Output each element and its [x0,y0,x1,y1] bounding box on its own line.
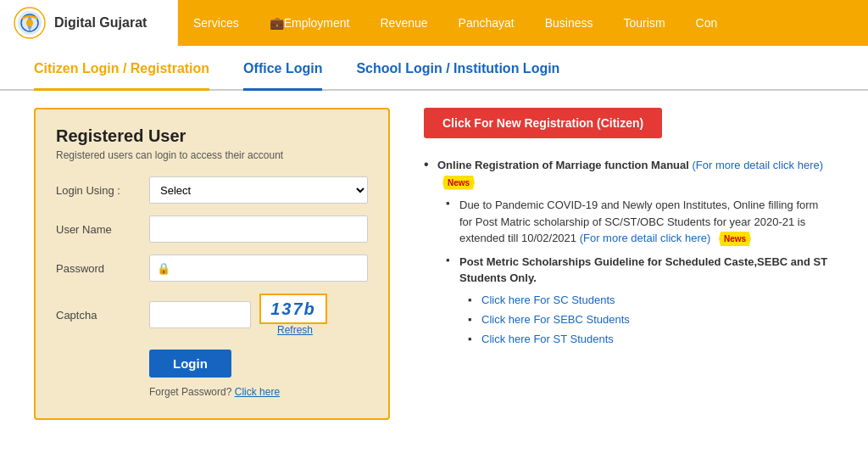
left-panel: Registered User Registered users can log… [34,108,390,420]
nav-employment[interactable]: 💼 Employment [254,0,365,46]
tab-citizen-login[interactable]: Citizen Login / Registration [34,61,209,91]
tab-school-login[interactable]: School Login / Institution Login [356,61,559,91]
links-list: Click here For SC Students Click here Fo… [459,294,834,345]
login-using-select[interactable]: Select Mobile Username Email [149,176,368,204]
logo-area: Digital Gujarat [0,0,178,46]
sub-link-1[interactable]: (For more detail click here) [580,232,711,244]
forget-password-section: Forget Password? Click here [149,386,368,398]
login-button[interactable]: Login [149,350,231,378]
briefcase-icon: 💼 [270,16,284,30]
new-registration-button[interactable]: Click For New Registration (Citizen) [424,108,662,138]
form-box: Registered User Registered users can log… [34,108,390,420]
tab-office-login[interactable]: Office Login [243,61,322,91]
news-link-1[interactable]: (For more detail click here) [692,159,823,171]
right-panel: Click For New Registration (Citizen) Onl… [424,108,834,420]
logo-text: Digital Gujarat [54,15,147,31]
nav-bar: Services 💼 Employment Revenue Panchayat … [178,0,868,46]
username-label: User Name [56,223,149,236]
captcha-area: 137b Refresh [259,294,327,336]
username-input[interactable] [149,215,368,243]
sebc-link[interactable]: Click here For SEBC Students [481,313,630,326]
captcha-image: 137b [259,294,327,324]
tabs-section: Citizen Login / Registration Office Logi… [0,46,868,91]
nav-revenue[interactable]: Revenue [365,0,443,46]
login-using-label: Login Using : [56,184,149,197]
nav-business[interactable]: Business [530,0,609,46]
sebc-link-item: Click here For SEBC Students [468,313,834,326]
news-list: Online Registration of Marriage function… [424,157,834,345]
form-title: Registered User [56,126,368,146]
password-input[interactable] [149,255,368,282]
nav-tourism[interactable]: Tourism [609,0,681,46]
password-row: Password [56,255,368,282]
username-row: User Name [56,215,368,243]
forget-password-text: Forget Password? [149,386,231,398]
header: Digital Gujarat Services 💼 Employment Re… [0,0,868,46]
forget-password-link[interactable]: Click here [235,386,280,398]
captcha-row: Captcha 137b Refresh [56,294,368,336]
form-subtitle: Registered users can login to access the… [56,149,368,161]
sub-item-1: Due to Pandemic COVID-19 and Newly open … [446,197,834,247]
sc-link-item: Click here For SC Students [468,294,834,306]
sub-text-2: Post Metric Scholarships Guideline for S… [459,255,827,285]
svg-point-3 [26,20,33,26]
refresh-link[interactable]: Refresh [277,324,313,336]
login-using-row: Login Using : Select Mobile Username Ema… [56,176,368,204]
nav-services[interactable]: Services [178,0,254,46]
nav-con[interactable]: Con [681,0,733,46]
logo-icon [14,7,46,39]
sub-list: Due to Pandemic COVID-19 and Newly open … [437,197,834,345]
sub-item-2: Post Metric Scholarships Guideline for S… [446,254,834,345]
news-text-1: Online Registration of Marriage function… [437,159,823,188]
captcha-label: Captcha [56,309,149,322]
captcha-input[interactable] [149,301,251,328]
st-link-item: Click here For ST Students [468,333,834,345]
sc-link[interactable]: Click here For SC Students [481,294,615,306]
password-label: Password [56,262,149,275]
st-link[interactable]: Click here For ST Students [481,333,614,345]
news-badge-1: News [441,176,476,190]
nav-panchayat[interactable]: Panchayat [443,0,530,46]
main-content: Registered User Registered users can log… [0,91,868,437]
sub-text-1: Due to Pandemic COVID-19 and Newly open … [459,199,818,244]
sub-badge-1: News [717,232,753,246]
news-item-1: Online Registration of Marriage function… [424,157,834,345]
